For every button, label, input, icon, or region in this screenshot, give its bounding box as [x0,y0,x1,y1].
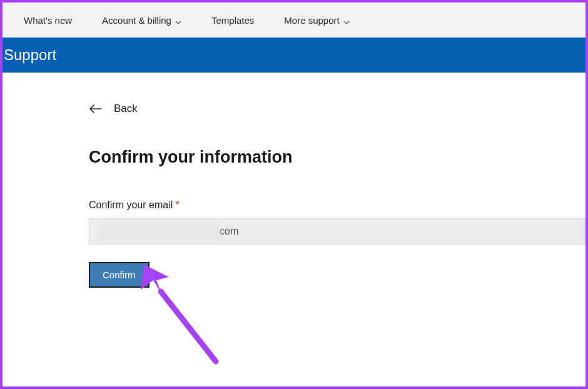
main-content: Back Confirm your information Confirm yo… [0,73,588,288]
nav-more-support[interactable]: More support [284,15,349,26]
nav-label: More support [284,15,339,26]
email-visible-suffix: com [220,226,238,237]
nav-label: What's new [24,15,72,26]
required-asterisk: * [175,200,179,210]
nav-label: Account & billing [102,15,171,26]
nav-label: Templates [211,15,254,26]
nav-templates[interactable]: Templates [211,15,254,26]
nav-account-billing[interactable]: Account & billing [102,15,181,26]
banner-title: Support [4,46,56,64]
top-navigation: What's new Account & billing Templates M… [3,3,585,38]
support-banner: Support [3,38,585,73]
back-label: Back [114,103,138,115]
email-label-text: Confirm your email [89,200,173,210]
confirm-button-label: Confirm [103,270,136,280]
page-heading: Confirm your information [89,148,588,167]
arrow-left-icon [89,104,103,114]
chevron-down-icon [343,17,350,23]
chevron-down-icon [175,17,181,23]
nav-whats-new[interactable]: What's new [24,15,72,26]
email-field[interactable]: com [89,218,585,245]
back-button[interactable]: Back [89,103,588,115]
redacted-email-prefix [101,225,220,238]
confirm-button[interactable]: Confirm [89,262,150,288]
email-label: Confirm your email* [89,200,588,211]
